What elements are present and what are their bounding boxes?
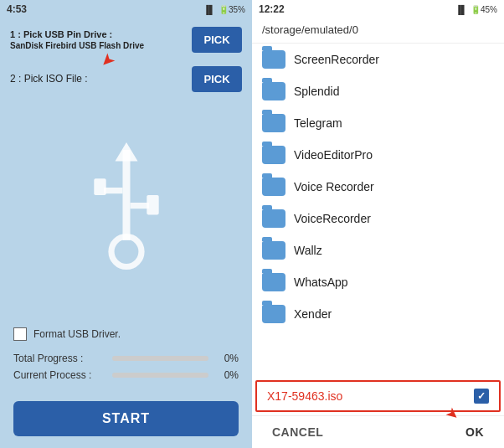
file-list: ScreenRecorderSplendidTelegramVideoEdito… [252, 44, 504, 380]
folder-icon [262, 114, 285, 132]
current-progress-pct: 0% [215, 369, 239, 381]
list-item[interactable]: ScreenRecorder [252, 44, 504, 75]
time-right: 12:22 [259, 3, 285, 15]
start-button[interactable]: START [13, 401, 239, 436]
time-left: 4:53 [7, 3, 27, 15]
pick-usb-label: 1 : Pick USB Pin Drive : SanDisk Firebir… [10, 28, 187, 51]
total-progress-row: Total Progress : 0% [13, 353, 239, 364]
svg-rect-5 [147, 195, 158, 214]
folder-name: Telegram [294, 116, 342, 130]
folder-icon [262, 178, 285, 196]
pick-iso-row: 2 : Pick ISO File : ➤ PICK [0, 58, 252, 97]
folder-name: Xender [294, 307, 332, 321]
svg-rect-4 [130, 203, 149, 209]
folder-icon [262, 241, 285, 260]
file-selected-checkbox[interactable] [474, 389, 489, 404]
current-progress-bar [112, 373, 208, 378]
list-item[interactable]: VideoEditorPro [252, 139, 504, 171]
current-progress-label: Current Process : [13, 369, 105, 381]
list-item[interactable]: Xender [252, 298, 504, 330]
pick-usb-button[interactable]: PICK [192, 27, 242, 53]
list-item[interactable]: Telegram [252, 107, 504, 139]
pick-usb-row: 1 : Pick USB Pin Drive : SanDisk Firebir… [0, 18, 252, 58]
pick-iso-label: 2 : Pick ISO File : [10, 73, 187, 86]
status-bar-right: 12:22 ▐▌ 🔋45% [252, 0, 504, 18]
bottom-bar: CANCEL ➤ OK [252, 415, 504, 448]
status-bar-left: 4:53 ▐▌ 🔋35% [0, 0, 252, 18]
folder-icon [262, 82, 285, 100]
selected-file-row[interactable]: X17-59463.iso [255, 380, 501, 412]
ok-area: ➤ OK [465, 425, 484, 440]
usb-symbol [72, 135, 181, 286]
folder-icon [262, 273, 285, 291]
signal-icon: ▐▌ [203, 5, 215, 14]
selected-file-name: X17-59463.iso [267, 389, 474, 403]
folder-name: Voice Recorder [294, 180, 374, 193]
usb-icon-area [0, 97, 252, 322]
folder-name: Wallz [294, 244, 322, 257]
start-btn-row: START [0, 393, 252, 448]
list-item[interactable]: WhatsApp [252, 266, 504, 298]
total-progress-pct: 0% [215, 353, 239, 364]
current-progress-row: Current Process : 0% [13, 369, 239, 381]
left-panel: 4:53 ▐▌ 🔋35% 1 : Pick USB Pin Drive : Sa… [0, 0, 252, 448]
battery-icon-right: 🔋45% [471, 5, 497, 14]
signal-icon-right: ▐▌ [455, 5, 467, 14]
folder-name: ScreenRecorder [294, 53, 379, 66]
svg-rect-3 [94, 178, 105, 195]
format-label: Format USB Driver. [33, 328, 121, 340]
progress-section: Total Progress : 0% Current Process : 0% [0, 346, 252, 393]
folder-name: Splendid [294, 85, 340, 98]
right-panel: 12:22 ▐▌ 🔋45% /storage/emulated/0 Screen… [252, 0, 504, 448]
folder-name: WhatsApp [294, 275, 348, 289]
list-item[interactable]: Wallz [252, 234, 504, 266]
folder-icon [262, 209, 285, 228]
svg-rect-0 [122, 150, 130, 240]
folder-name: VoiceRecorder [294, 212, 371, 225]
status-icons-left: ▐▌ 🔋35% [203, 5, 245, 14]
cancel-button[interactable]: CANCEL [272, 425, 323, 439]
ok-button[interactable]: OK [465, 425, 484, 439]
status-icons-right: ▐▌ 🔋45% [455, 5, 497, 14]
format-row: Format USB Driver. [0, 322, 252, 346]
folder-name: VideoEditorPro [294, 148, 373, 162]
folder-icon [262, 146, 285, 164]
total-progress-bar [112, 356, 208, 361]
path-header: /storage/emulated/0 [252, 18, 504, 44]
pick-iso-button[interactable]: PICK [192, 66, 242, 92]
list-item[interactable]: Splendid [252, 75, 504, 107]
folder-icon [262, 50, 285, 69]
list-item[interactable]: Voice Recorder [252, 171, 504, 203]
svg-rect-2 [104, 188, 123, 193]
format-checkbox[interactable] [13, 327, 27, 341]
svg-point-6 [111, 236, 141, 266]
total-progress-label: Total Progress : [13, 353, 105, 364]
svg-marker-1 [115, 142, 137, 162]
folder-icon [262, 305, 285, 323]
battery-icon: 🔋35% [219, 5, 245, 14]
list-item[interactable]: VoiceRecorder [252, 203, 504, 234]
